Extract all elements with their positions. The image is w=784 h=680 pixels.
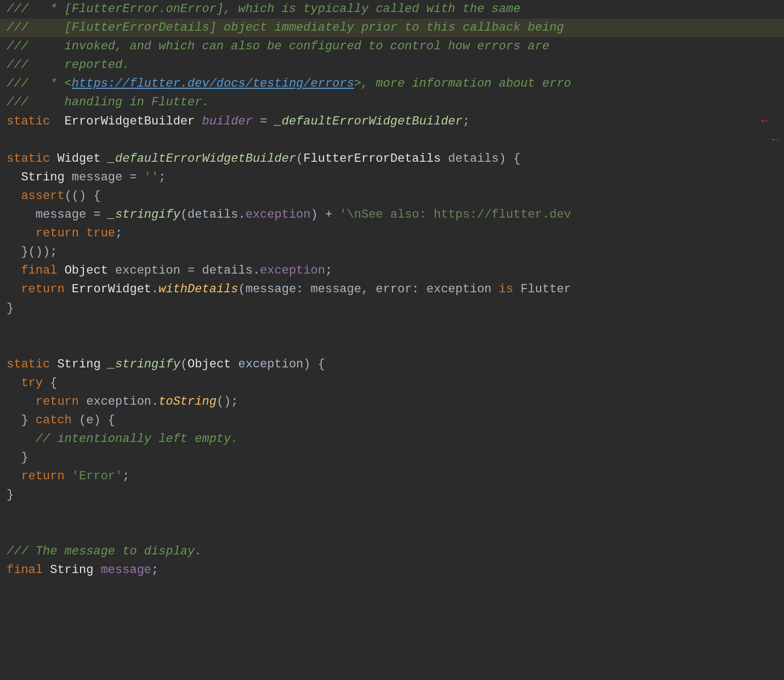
code-line-24: // intentionally left empty. [0, 430, 784, 449]
code-line-8: ← [0, 131, 784, 150]
code-line-17: } [0, 299, 784, 318]
code-line-13: return true; [0, 224, 784, 243]
code-line-9: static Widget _defaultErrorWidgetBuilder… [0, 150, 784, 168]
code-line-11: assert(() { [0, 187, 784, 206]
code-line-25: } [0, 449, 784, 467]
code-line-12: message = _stringify(details.exception) … [0, 206, 784, 224]
code-line-10: String message = ''; [0, 168, 784, 187]
code-editor: /// * [FlutterError.onError], which is t… [0, 0, 784, 680]
code-line-14: }()); [0, 243, 784, 262]
code-line-6: /// handling in Flutter. [0, 93, 784, 112]
code-line-30: /// The message to display. [0, 542, 784, 561]
code-line-7: static ErrorWidgetBuilder builder = _def… [0, 112, 784, 131]
code-line-29 [0, 524, 784, 542]
code-line-22: return exception.toString(); [0, 393, 784, 411]
code-line-31: final String message; [0, 561, 784, 580]
code-line-16: return ErrorWidget.withDetails(message: … [0, 280, 784, 299]
code-line-20: static String _stringify(Object exceptio… [0, 355, 784, 374]
code-line-21: try { [0, 374, 784, 393]
code-line-2: /// [FlutterErrorDetails] object immedia… [0, 19, 784, 37]
code-line-4: /// reported. [0, 56, 784, 75]
code-line-26: return 'Error'; [0, 467, 784, 486]
code-line-5: /// * <https://flutter.dev/docs/testing/… [0, 75, 784, 93]
code-line-1: /// * [FlutterError.onError], which is t… [0, 0, 784, 19]
code-line-23: } catch (e) { [0, 411, 784, 430]
code-line-19 [0, 337, 784, 355]
code-line-28 [0, 505, 784, 524]
code-line-27: } [0, 486, 784, 505]
code-line-3: /// invoked, and which can also be confi… [0, 37, 784, 56]
code-line-15: final Object exception = details.excepti… [0, 262, 784, 280]
code-line-18 [0, 318, 784, 337]
